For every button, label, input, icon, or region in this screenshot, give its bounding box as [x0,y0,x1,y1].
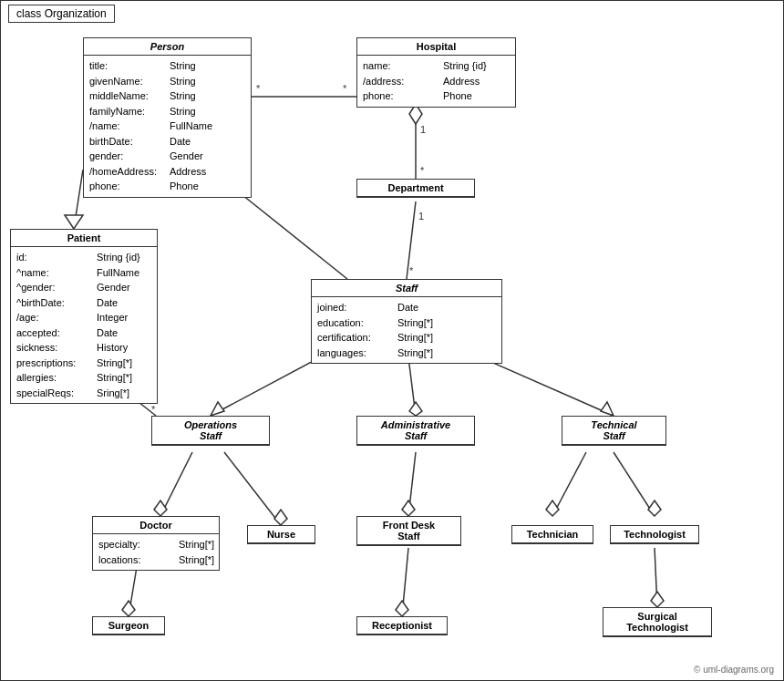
doctor-class: Doctor specialty:String[*] locations:Str… [92,516,220,571]
administrative-staff-header: AdministrativeStaff [357,417,474,445]
administrative-staff-class: AdministrativeStaff [356,416,475,446]
staff-body: joined:Date education:String[*] certific… [312,297,501,363]
copyright: © uml-diagrams.org [694,665,774,675]
svg-marker-34 [122,601,135,616]
front-desk-staff-header: Front DeskStaff [357,517,460,545]
svg-line-10 [74,170,83,229]
operations-staff-class: OperationsStaff [151,416,270,446]
svg-text:*: * [151,404,156,415]
surgical-technologist-header: SurgicalTechnologist [603,608,711,636]
hospital-header: Hospital [357,38,515,56]
svg-line-29 [552,452,586,516]
doctor-header: Doctor [93,517,219,534]
svg-marker-32 [648,500,661,516]
staff-header: Staff [312,280,501,297]
department-class: Department [356,179,475,198]
doctor-body: specialty:String[*] locations:String[*] [93,534,219,570]
svg-line-27 [408,452,416,516]
svg-marker-11 [65,215,83,229]
front-desk-staff-class: Front DeskStaff [356,516,461,546]
svg-marker-24 [154,500,167,516]
receptionist-class: Receptionist [356,616,448,635]
technician-header: Technician [512,526,593,543]
receptionist-header: Receptionist [357,617,447,635]
technologist-class: Technologist [610,525,699,544]
person-body: title:String givenName:String middleName… [84,56,251,197]
nurse-header: Nurse [248,526,315,543]
staff-class: Staff joined:Date education:String[*] ce… [311,279,502,364]
hospital-body: name:String {id} /address:Address phone:… [357,56,515,107]
person-class: Person title:String givenName:String mid… [83,37,252,198]
svg-line-35 [402,548,408,616]
diagram-title: class Organization [8,5,115,23]
svg-marker-38 [651,592,664,607]
operations-staff-header: OperationsStaff [152,417,269,445]
svg-text:1: 1 [420,124,426,135]
surgical-technologist-class: SurgicalTechnologist [603,607,712,637]
svg-marker-30 [546,500,559,516]
svg-line-7 [407,201,416,279]
svg-marker-20 [409,402,422,416]
svg-marker-18 [211,402,224,416]
patient-body: id:String {id} ^name:FullName ^gender:Ge… [11,247,157,403]
diagram-container: class Organization * * 1 * 1 * * * [0,0,784,681]
technologist-header: Technologist [611,526,698,543]
svg-text:*: * [420,165,425,176]
svg-line-23 [160,452,192,516]
svg-line-25 [224,452,281,525]
patient-header: Patient [11,230,157,247]
technical-staff-class: TechnicalStaff [562,416,666,446]
svg-line-37 [655,548,657,607]
nurse-class: Nurse [247,525,315,544]
svg-line-31 [614,452,655,516]
department-header: Department [357,180,474,197]
svg-marker-22 [601,402,614,416]
surgeon-header: Surgeon [93,617,164,635]
svg-text:1: 1 [418,211,424,222]
patient-class: Patient id:String {id} ^name:FullName ^g… [10,229,158,404]
svg-text:*: * [256,83,261,94]
person-header: Person [84,38,251,56]
technical-staff-header: TechnicalStaff [562,417,665,445]
svg-marker-26 [274,510,287,525]
svg-text:*: * [343,83,347,94]
technician-class: Technician [511,525,593,544]
surgeon-class: Surgeon [92,616,165,635]
svg-marker-36 [396,601,408,616]
svg-text:*: * [409,265,414,276]
hospital-class: Hospital name:String {id} /address:Addre… [356,37,516,108]
svg-marker-28 [402,500,415,516]
